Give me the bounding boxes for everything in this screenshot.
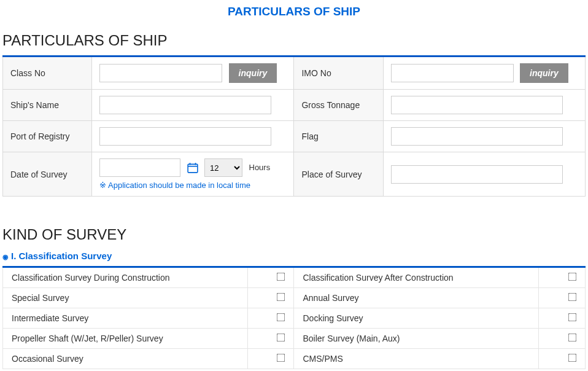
table-row: Classification Survey During Constructio… bbox=[3, 267, 586, 288]
label-date-survey: Date of Survey bbox=[3, 152, 92, 197]
survey-item-label: Propeller Shaft (W/Jet, R/Peller) Survey bbox=[3, 329, 248, 349]
flag-input[interactable] bbox=[391, 127, 563, 146]
survey-checkbox[interactable] bbox=[277, 273, 285, 281]
label-imo-no: IMO No bbox=[294, 57, 383, 90]
ship-name-input[interactable] bbox=[99, 96, 271, 114]
survey-checkbox[interactable] bbox=[568, 273, 577, 281]
label-port-registry: Port of Registry bbox=[3, 121, 92, 152]
table-row: Intermediate Survey Docking Survey bbox=[3, 308, 586, 329]
inquiry-button-imo[interactable]: inquiry bbox=[520, 63, 568, 83]
inquiry-button-class[interactable]: inquiry bbox=[229, 63, 277, 83]
survey-checkbox[interactable] bbox=[277, 354, 285, 362]
local-time-note: ※ Application should be made in local ti… bbox=[99, 181, 286, 190]
survey-table: Classification Survey During Constructio… bbox=[2, 266, 586, 369]
label-gross-tonnage: Gross Tonnage bbox=[294, 90, 383, 121]
page-title: PARTICULARS OF SHIP bbox=[2, 5, 586, 18]
table-row: Propeller Shaft (W/Jet, R/Peller) Survey… bbox=[3, 329, 586, 349]
survey-checkbox[interactable] bbox=[277, 293, 285, 302]
particulars-heading: PARTICULARS OF SHIP bbox=[2, 32, 586, 49]
date-survey-input[interactable] bbox=[99, 158, 180, 177]
gross-tonnage-input[interactable] bbox=[391, 96, 563, 114]
bullet-icon: ◉ bbox=[2, 253, 9, 260]
place-survey-input[interactable] bbox=[391, 165, 563, 184]
survey-item-label: Occasional Survey bbox=[3, 349, 248, 369]
table-row: Occasional Survey CMS/PMS bbox=[3, 349, 586, 369]
port-registry-input[interactable] bbox=[99, 127, 271, 146]
survey-checkbox[interactable] bbox=[277, 334, 285, 342]
subheading-text: I. Classification Survey bbox=[11, 251, 112, 261]
classification-survey-subheading: ◉I. Classification Survey bbox=[2, 251, 586, 261]
survey-item-label: Classification Survey During Constructio… bbox=[3, 267, 248, 288]
kind-of-survey-heading: KIND OF SURVEY bbox=[2, 226, 586, 243]
label-place-survey: Place of Survey bbox=[294, 152, 383, 197]
survey-checkbox[interactable] bbox=[568, 313, 577, 322]
survey-item-label: CMS/PMS bbox=[294, 349, 539, 369]
label-ship-name: Ship's Name bbox=[3, 90, 92, 121]
class-no-input[interactable] bbox=[99, 64, 222, 82]
survey-checkbox[interactable] bbox=[568, 334, 577, 342]
hours-label: Hours bbox=[249, 163, 271, 172]
table-row: Special Survey Annual Survey bbox=[3, 288, 586, 308]
survey-checkbox[interactable] bbox=[277, 313, 285, 322]
survey-checkbox[interactable] bbox=[568, 354, 577, 362]
survey-item-label: Boiler Survey (Main, Aux) bbox=[294, 329, 539, 349]
survey-item-label: Docking Survey bbox=[294, 308, 539, 329]
calendar-icon[interactable] bbox=[187, 162, 198, 173]
survey-item-label: Classification Survey After Construction bbox=[294, 267, 539, 288]
survey-item-label: Intermediate Survey bbox=[3, 308, 248, 329]
hours-select[interactable]: 12 bbox=[204, 158, 242, 177]
particulars-table: Class No inquiry IMO No inquiry Ship's N… bbox=[2, 55, 586, 197]
imo-no-input[interactable] bbox=[391, 64, 514, 82]
svg-rect-0 bbox=[188, 164, 198, 173]
survey-item-label: Annual Survey bbox=[294, 288, 539, 308]
survey-item-label: Special Survey bbox=[3, 288, 248, 308]
survey-checkbox[interactable] bbox=[568, 293, 577, 302]
label-class-no: Class No bbox=[3, 57, 92, 90]
label-flag: Flag bbox=[294, 121, 383, 152]
